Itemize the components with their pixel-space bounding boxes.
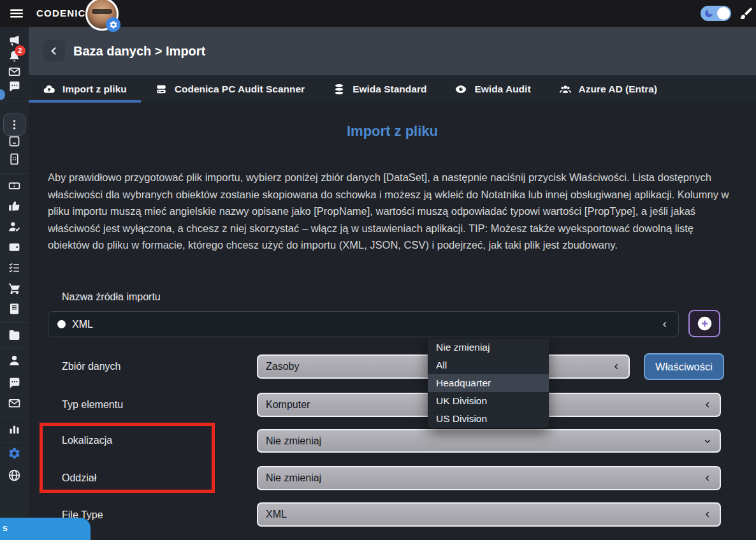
tab-ewida-standard[interactable]: Ewida Standard: [319, 75, 440, 103]
breadcrumb: Baza danych > Import: [73, 27, 205, 75]
main-content: Import z pliku Aby prawidłowo przygotowa…: [29, 103, 756, 540]
menu-item-nie-zmieniaj[interactable]: Nie zmieniaj: [428, 339, 549, 356]
shopping-cart-icon[interactable]: [8, 282, 21, 295]
sidebar: 2: [0, 27, 29, 540]
chevron-left-icon: [660, 320, 669, 329]
tab-ewida-audit[interactable]: Ewida Audit: [440, 75, 544, 103]
file-type-value: XML: [266, 509, 703, 520]
sunglasses-decoration: [92, 9, 112, 14]
people-group-icon: [559, 83, 572, 96]
menu-item-uk-division[interactable]: UK Division: [428, 392, 549, 410]
import-source-select[interactable]: XML: [48, 311, 679, 337]
dark-mode-toggle[interactable]: [701, 6, 731, 21]
import-source-label: Nazwa źródła importu: [62, 291, 161, 303]
thumbs-up-icon[interactable]: [8, 200, 21, 213]
division-value: Nie zmieniaj: [266, 472, 703, 484]
sidebar-divider: [0, 173, 29, 174]
tab-label: Azure AD (Entra): [579, 84, 657, 95]
chat-bubble-icon[interactable]: [8, 376, 21, 390]
location-select[interactable]: Nie zmieniaj: [257, 429, 721, 453]
back-button[interactable]: [43, 40, 65, 62]
tab-codenica-pc-audit-scanner[interactable]: Codenica PC Audit Scanner: [141, 75, 319, 103]
chat-widget-button[interactable]: s: [0, 518, 91, 540]
menu-item-all[interactable]: All: [428, 356, 549, 374]
chevron-left-icon: [48, 45, 61, 57]
division-label: Oddział: [62, 472, 96, 484]
tab-label: Codenica PC Audit Scanner: [175, 84, 305, 95]
person-check-icon[interactable]: [8, 220, 21, 233]
tab-bar: Import z pliku Codenica PC Audit Scanner…: [29, 75, 756, 103]
top-bar: CODENICA: [0, 0, 756, 27]
sidebar-divider: [0, 322, 29, 323]
description-text: Aby prawidłowo przygotować plik importu,…: [48, 169, 730, 254]
toggle-knob: [717, 7, 730, 20]
checklist-icon[interactable]: [8, 261, 21, 274]
notification-badge: 2: [15, 45, 25, 56]
brush-icon[interactable]: [739, 6, 754, 21]
settings-gear-icon[interactable]: [8, 447, 21, 460]
import-source-value: XML: [72, 319, 660, 330]
globe-icon[interactable]: [8, 469, 21, 482]
tab-azure-ad-entra[interactable]: Azure AD (Entra): [545, 75, 671, 103]
avatar-gear-badge[interactable]: [106, 17, 120, 32]
chevron-left-icon: [703, 510, 712, 519]
scanner-icon: [155, 83, 168, 96]
breadcrumb-bar: Baza danych > Import: [29, 27, 756, 75]
dataset-label: Zbiór danych: [62, 361, 121, 372]
app-window: CODENICA 2: [0, 0, 756, 540]
location-dropdown-menu: Nie zmieniaj All Headquarter UK Division…: [428, 339, 549, 428]
chat-widget-label: s: [3, 523, 8, 533]
page-title: Import z pliku: [29, 123, 756, 140]
menu-item-us-division[interactable]: US Division: [428, 410, 549, 428]
sidebar-divider: [0, 442, 29, 442]
ticket-icon[interactable]: [8, 179, 21, 193]
tab-label: Ewida Audit: [474, 84, 530, 95]
cloud-upload-icon: [43, 83, 55, 96]
sidebar-divider: [0, 418, 29, 418]
tab-import-z-pliku[interactable]: Import z pliku: [29, 75, 141, 103]
mail-icon[interactable]: [8, 65, 21, 78]
location-label: Lokalizacja: [62, 435, 112, 446]
moon-icon: [704, 8, 714, 18]
properties-button[interactable]: Właściwości: [644, 353, 724, 380]
sidebar-divider: [0, 347, 29, 348]
device-tablet-icon[interactable]: [8, 135, 21, 148]
menu-icon[interactable]: [8, 5, 25, 22]
more-vertical-icon[interactable]: [8, 118, 21, 131]
chevron-left-icon: [703, 474, 712, 483]
division-select[interactable]: Nie zmieniaj: [257, 466, 721, 490]
keypad-device-icon[interactable]: [8, 152, 21, 166]
database-icon: [333, 83, 345, 96]
chevron-left-icon: [612, 362, 621, 371]
plus-circle-icon: [696, 315, 713, 332]
file-type-select[interactable]: XML: [257, 502, 721, 527]
eye-icon: [454, 83, 467, 96]
wallet-icon[interactable]: [8, 240, 21, 254]
user-avatar[interactable]: [85, 0, 119, 31]
element-type-label: Typ elementu: [62, 399, 123, 411]
chevron-left-icon: [703, 400, 712, 409]
add-source-button[interactable]: [688, 310, 720, 337]
person-icon[interactable]: [8, 354, 21, 367]
sidebar-divider: [0, 101, 29, 101]
book-icon[interactable]: [8, 302, 21, 316]
tab-label: Import z pliku: [62, 84, 127, 95]
chat-icon[interactable]: [8, 80, 21, 93]
selected-dot-icon: [57, 320, 66, 328]
tab-label: Ewida Standard: [353, 84, 426, 95]
folder-icon[interactable]: [8, 328, 21, 342]
chevron-down-icon: [703, 437, 712, 446]
location-value: Nie zmieniaj: [266, 435, 703, 447]
bar-chart-icon[interactable]: [8, 422, 21, 435]
menu-item-headquarter[interactable]: Headquarter: [428, 374, 549, 392]
envelope-icon[interactable]: [8, 397, 21, 410]
